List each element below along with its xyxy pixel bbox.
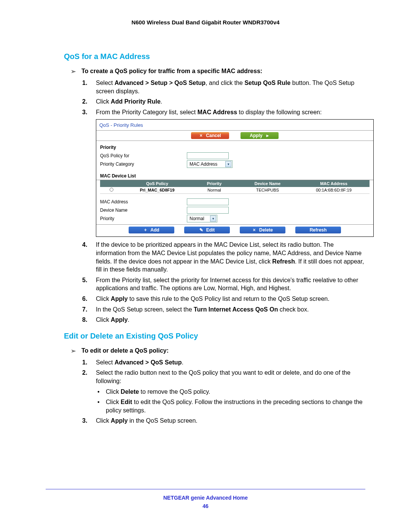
step-5: From the Priority list, select the prior… <box>82 276 365 292</box>
stepB-3: Click Apply in the QoS Setup screen. <box>82 417 365 425</box>
cancel-button[interactable]: ×Cancel <box>191 132 229 139</box>
step-4: If the device to be prioritized appears … <box>82 241 365 273</box>
close-icon: × <box>252 227 256 233</box>
section-heading-edit-delete: Edit or Delete an Existing QoS Policy <box>64 332 365 340</box>
page-footer: NETGEAR genie Advanced Home 46 <box>46 489 365 509</box>
chevron-down-icon: ▾ <box>210 216 216 222</box>
table-row[interactable]: Pri_MAC_6D8F19 Normal TECHPUBS 00:1A:6B:… <box>100 187 370 194</box>
intro-edit-delete: ➢ To edit or delete a QoS policy: <box>71 347 365 355</box>
refresh-button[interactable]: Refresh <box>295 227 341 233</box>
qos-rules-panel: QoS - Priority Rules ×Cancel Apply▸ Prio… <box>96 119 374 237</box>
play-icon: ▸ <box>266 133 269 139</box>
label-device-name: Device Name <box>100 207 184 213</box>
pencil-icon: ✎ <box>199 227 203 233</box>
bullet-delete: Click Delete to remove the QoS policy. <box>96 388 365 396</box>
panel-title: QoS - Priority Rules <box>96 120 373 130</box>
device-name-input[interactable] <box>187 207 229 214</box>
policy-for-input[interactable] <box>187 152 229 159</box>
priority-category-select[interactable]: MAC Address ▾ <box>187 160 233 168</box>
label-priority-category: Priority Category <box>100 161 184 167</box>
arrow-icon: ➢ <box>71 347 77 355</box>
step-8: Click Apply. <box>82 316 365 324</box>
chevron-down-icon: ▾ <box>225 161 231 167</box>
priority-select[interactable]: Normal ▾ <box>187 215 217 222</box>
page-number: 46 <box>46 503 365 509</box>
apply-button[interactable]: Apply▸ <box>241 132 279 139</box>
section-heading-qos-mac: QoS for a MAC Address <box>64 52 365 61</box>
label-mac-address: MAC Address <box>100 199 184 205</box>
intro-text: To create a QoS policy for traffic from … <box>81 68 262 75</box>
step-6: Click Apply to save this rule to the QoS… <box>82 295 365 303</box>
step-1: Select Advanced > Setup > QoS Setup, and… <box>82 79 365 95</box>
radio-icon[interactable] <box>110 188 113 192</box>
mac-device-list-heading: MAC Device List <box>96 170 373 180</box>
device-table-header: QoS Policy Priority Device Name MAC Addr… <box>100 180 370 187</box>
bullet-edit: Click Edit to edit the QoS policy. Follo… <box>96 398 365 414</box>
add-button[interactable]: +Add <box>129 227 174 233</box>
step-3: From the Priority Category list, select … <box>82 108 365 237</box>
label-priority: Priority <box>100 216 184 222</box>
priority-heading: Priority <box>100 144 184 150</box>
arrow-icon: ➢ <box>71 68 77 75</box>
step-7: In the QoS Setup screen, select the Turn… <box>82 305 365 314</box>
step-2: Click Add Priority Rule. <box>82 97 365 106</box>
stepB-1: Select Advanced > QoS Setup. <box>82 358 365 367</box>
close-icon: × <box>199 133 203 139</box>
delete-button[interactable]: ×Delete <box>240 227 285 233</box>
doc-header: N600 Wireless Dual Band Gigabit Router W… <box>46 19 365 26</box>
label-policy-for: QoS Policy for <box>100 153 184 159</box>
mac-address-input[interactable] <box>187 198 229 205</box>
intro-create-policy: ➢ To create a QoS policy for traffic fro… <box>71 68 365 75</box>
edit-button[interactable]: ✎Edit <box>184 227 230 233</box>
stepB-2: Select the radio button next to the QoS … <box>82 369 365 414</box>
plus-icon: + <box>143 227 147 233</box>
intro-text: To edit or delete a QoS policy: <box>81 347 169 355</box>
footer-text: NETGEAR genie Advanced Home <box>46 495 365 501</box>
